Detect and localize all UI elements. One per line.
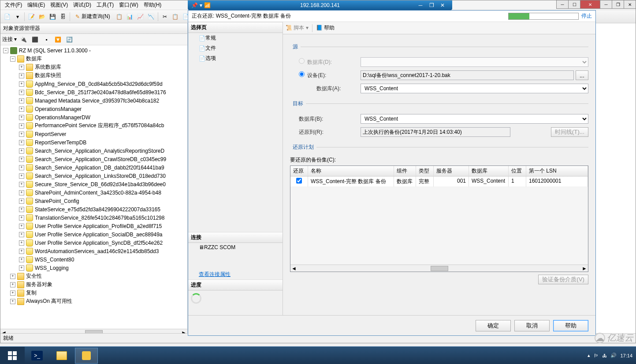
tree-node[interactable]: +ReportServer <box>1 130 186 138</box>
task-powershell[interactable]: >_ <box>26 348 48 364</box>
restore-button-2[interactable]: ❐ <box>612 0 624 9</box>
tree-node[interactable]: +AppMng_Service_DB_0cd84ab5cb5b43d29d6dc… <box>1 80 186 88</box>
tree-node[interactable]: +系统数据库 <box>1 63 186 71</box>
col-server[interactable]: 服务器 <box>434 166 469 176</box>
tray-network-icon[interactable]: 🖧 <box>602 353 607 358</box>
tree-node[interactable]: +StateService_e75d5d2fd3a84296904222007d… <box>1 205 186 213</box>
script-button[interactable]: 📜 脚本 ▾ <box>286 24 309 32</box>
tree-node[interactable]: +WordAutomationServices_aad146c92e1145db… <box>1 247 186 255</box>
start-button[interactable] <box>0 347 25 364</box>
pin-icon[interactable]: 📌 <box>191 2 198 8</box>
tree-node[interactable]: +PerformancePoint Service 应用程序_d576f5708… <box>1 121 186 130</box>
tree-node[interactable]: +服务器对象 <box>1 280 186 289</box>
tree-node[interactable]: +安全性 <box>1 272 186 280</box>
tb-icon-1[interactable]: 📋 <box>115 12 124 22</box>
col-restore[interactable]: 还原 <box>290 166 308 176</box>
tree-node[interactable]: +Search_Service_Application_AnalyticsRep… <box>1 147 186 155</box>
menu-tools[interactable]: 工具(T) <box>94 0 116 10</box>
menu-help[interactable]: 帮助(H) <box>141 0 164 10</box>
menu-edit[interactable]: 编辑(E) <box>25 0 48 10</box>
tb-icon-2[interactable]: 📊 <box>125 12 135 22</box>
tb-icon-3[interactable]: 📈 <box>136 12 145 22</box>
database-a-combo[interactable]: WSS_Content <box>361 84 588 93</box>
object-explorer-tree[interactable]: −RZ M (SQL Server 11.0.3000 -−数据库+系统数据库+… <box>0 45 187 329</box>
row-restore-checkbox[interactable] <box>296 178 302 184</box>
tree-node[interactable]: +Search_Service_Application_CrawlStoreDB… <box>1 155 186 163</box>
open-icon[interactable]: 📂 <box>37 12 47 22</box>
nav-general[interactable]: 📄 常规 <box>188 33 283 43</box>
browse-button[interactable]: ... <box>576 70 588 80</box>
grid-h-scroll[interactable]: ◄► <box>290 265 588 272</box>
cancel-button[interactable]: 取消 <box>514 320 550 331</box>
menu-window[interactable]: 窗口(W) <box>116 0 141 10</box>
tree-node[interactable]: +WSS_Content80 <box>1 255 186 264</box>
database-b-combo[interactable]: WSS_Content <box>361 114 588 124</box>
view-connection-link[interactable]: 查看连接属性 <box>199 271 231 278</box>
cut-icon[interactable]: ✂ <box>160 12 170 22</box>
tray-chevron-icon[interactable]: ▴ <box>588 353 590 358</box>
connect-button[interactable]: 连接 ▾ <box>2 36 17 43</box>
dropdown-icon[interactable]: ▾ <box>13 12 22 22</box>
tree-node[interactable]: +User Profile Service Application_SyncDB… <box>1 239 186 247</box>
dlg-help-button[interactable]: 📘 帮助 <box>316 24 335 32</box>
taskbar[interactable]: >_ ▴ 🏳 🖧 🔊 17:14 <box>0 346 636 364</box>
oe-filter-icon[interactable]: 🔽 <box>53 35 63 44</box>
remote-restore[interactable]: ❐ <box>426 1 437 9</box>
menu-view[interactable]: 视图(V) <box>48 0 71 10</box>
menu-debug[interactable]: 调试(D) <box>71 0 94 10</box>
save-icon[interactable]: 💾 <box>48 12 57 22</box>
save-all-icon[interactable]: 🗄 <box>58 12 68 22</box>
stop-button[interactable]: 停止 <box>581 12 592 20</box>
task-explorer[interactable] <box>50 348 73 364</box>
tree-node[interactable]: +复制 <box>1 289 186 297</box>
task-ssms[interactable] <box>75 348 98 364</box>
grid-row[interactable]: WSS_Content-完整 数据库 备份 数据库 完整 001 WSS_Con… <box>290 176 588 187</box>
nav-options[interactable]: 📄 选项 <box>188 53 283 63</box>
tree-node[interactable]: +Search_Service_Application_DB_dabb2f20f… <box>1 163 186 172</box>
tree-node[interactable]: +Search_Service_Application_LinksStoreDB… <box>1 172 186 180</box>
tray-volume-icon[interactable]: 🔊 <box>610 353 617 358</box>
col-name[interactable]: 名称 <box>308 166 394 176</box>
new-query-button[interactable]: ✎ 新建查询(N) <box>72 12 114 22</box>
oe-refresh-icon[interactable]: 🔄 <box>64 35 74 44</box>
col-database[interactable]: 数据库 <box>469 166 509 176</box>
tray-flag-icon[interactable]: 🏳 <box>594 353 599 358</box>
close-button[interactable]: ✕ <box>580 0 600 9</box>
copy-icon[interactable]: 📋 <box>171 12 180 22</box>
device-radio[interactable] <box>299 71 305 77</box>
tree-node[interactable]: −RZ M (SQL Server 11.0.3000 - <box>1 46 186 55</box>
maximize-button[interactable]: ☐ <box>568 0 580 9</box>
col-component[interactable]: 组件 <box>394 166 416 176</box>
remote-minimize[interactable]: ─ <box>415 1 426 9</box>
minimize-button[interactable]: ─ <box>556 0 569 9</box>
oe-disconnect-icon[interactable]: ⬛ <box>30 35 40 44</box>
tree-node[interactable]: +SharePoint_AdminContent_3a4235c0-882a-4… <box>1 188 186 197</box>
tree-node[interactable]: +WSS_Logging <box>1 264 186 272</box>
minimize-button-2[interactable]: ─ <box>600 0 612 9</box>
ok-button[interactable]: 确定 <box>476 320 511 331</box>
col-type[interactable]: 类型 <box>416 166 434 176</box>
oe-connect-icon[interactable]: 🔌 <box>19 35 28 44</box>
tree-node[interactable]: +Secure_Store_Service_DB_66d92d34e1ba4d3… <box>1 180 186 188</box>
tree-node[interactable]: +User Profile Service Application_Profil… <box>1 222 186 230</box>
tree-node[interactable]: +TranslationService_826fe5410c284679ba51… <box>1 213 186 222</box>
tray-time[interactable]: 17:14 <box>620 353 632 358</box>
backup-set-grid[interactable]: 还原 名称 组件 类型 服务器 数据库 位置 第一个 LSN <box>290 165 588 272</box>
tree-node[interactable]: +SharePoint_Config <box>1 197 186 205</box>
tree-node[interactable]: +User Profile Service Application_Social… <box>1 230 186 239</box>
tree-node[interactable]: +OperationsManagerDW <box>1 113 186 121</box>
tree-node[interactable]: +Managed Metadata Service_d395397fc3e04b… <box>1 96 186 105</box>
remote-close[interactable]: ✕ <box>437 1 448 9</box>
oe-stop-icon[interactable]: ▪ <box>41 35 51 44</box>
close-button-2[interactable]: ✕ <box>624 0 636 9</box>
col-first-lsn[interactable]: 第一个 LSN <box>526 166 588 176</box>
col-position[interactable]: 位置 <box>509 166 526 176</box>
tree-node[interactable]: +数据库快照 <box>1 71 186 80</box>
menu-file[interactable]: 文件(F) <box>2 0 25 10</box>
new-project-icon[interactable]: 📄 <box>2 12 12 22</box>
help-button[interactable]: 帮助 <box>553 320 588 331</box>
tree-node[interactable]: +AlwaysOn 高可用性 <box>1 297 186 305</box>
tree-node[interactable]: +Bdc_Service_DB_251f73e0240a478d8a6fe65d… <box>1 88 186 96</box>
new-file-icon[interactable]: 📝 <box>26 12 36 22</box>
tree-node[interactable]: +ReportServerTempDB <box>1 138 186 147</box>
